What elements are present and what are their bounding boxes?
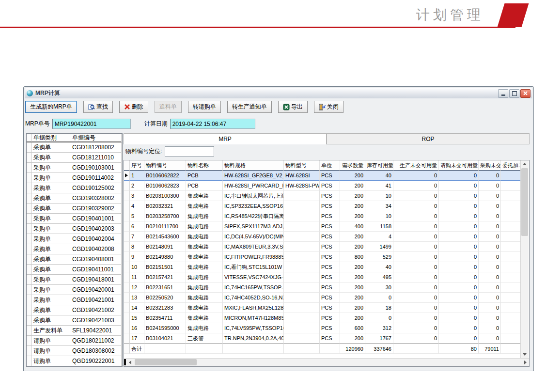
vertical-scroll-thumb[interactable] [521, 168, 528, 236]
doc-row-selector[interactable] [27, 214, 31, 224]
row-selector[interactable] [124, 313, 130, 323]
calc-date-field[interactable] [170, 119, 255, 129]
row-selector[interactable] [124, 252, 130, 262]
mrp-no-field[interactable] [52, 119, 131, 129]
col-header-material-name[interactable]: 物料名称 [186, 160, 223, 171]
delete-button[interactable]: 删除 [119, 101, 148, 113]
document-row[interactable]: 请购单 QGD190222001 [27, 356, 122, 366]
document-row[interactable]: 采购单 CGD190421001 [27, 295, 122, 305]
doc-row-selector[interactable] [27, 315, 31, 326]
generate-mrp-button[interactable]: 生成新的MRP单 [25, 101, 77, 113]
close-window-button[interactable]: 关闭 [314, 101, 343, 113]
document-row[interactable]: 采购单 CGD190421002 [27, 305, 122, 315]
document-row[interactable]: 采购单 CGD190421003 [27, 315, 122, 326]
document-row[interactable]: 采购单 CGD190402004 [27, 234, 122, 244]
col-header-material-code[interactable]: 物料编号 [144, 160, 186, 171]
row-selector[interactable] [124, 323, 130, 333]
row-selector[interactable] [124, 191, 130, 201]
row-selector[interactable] [124, 293, 130, 303]
row-selector[interactable] [124, 262, 130, 272]
doc-row-selector[interactable] [27, 244, 31, 254]
table-row[interactable]: 4 B02032321 集成电路 IC,SP3232EEA,SSOP16,3.(… [124, 201, 520, 211]
table-row[interactable]: 9 B02149880 集成电路 IC,FITIPOWER,FR9888SP( … [124, 252, 520, 262]
doc-row-selector[interactable] [27, 193, 31, 204]
scroll-right-button[interactable] [522, 359, 529, 366]
row-selector[interactable] [124, 333, 130, 344]
document-row[interactable]: 请购单 QGD180308002 [27, 346, 122, 356]
document-row[interactable]: 采购单 CGD190125002 [27, 183, 122, 193]
document-row[interactable]: 采购单 CGD190401001 [27, 214, 122, 224]
maximize-button[interactable] [509, 89, 519, 98]
document-row[interactable]: 采购单 CGD190418001 [27, 275, 122, 285]
doc-row-selector[interactable] [27, 142, 31, 153]
document-row[interactable]: 采购单 CGD190408001 [27, 254, 122, 265]
to-purchase-request-button[interactable]: 转请购单 [188, 101, 221, 113]
tab-rop[interactable]: ROP [327, 133, 530, 144]
material-locator-input[interactable] [165, 146, 214, 157]
table-row[interactable]: 3 B0203100300 集成电路 IC,串口转以太网芯片,上海卓 PCS 2… [124, 191, 520, 201]
doc-no-column-header[interactable]: 单据编号 [70, 134, 122, 142]
col-header-purch-open-avail[interactable]: 采购未交可用量 [479, 160, 501, 171]
col-header-seq[interactable]: 序号 [130, 160, 144, 171]
col-header-stock-avail[interactable]: 库存可用量 [365, 160, 393, 171]
document-row[interactable]: 采购单 CGD190328002 [27, 193, 122, 204]
tab-mrp[interactable]: MRP [124, 133, 327, 144]
scroll-up-button[interactable] [521, 160, 528, 168]
document-row[interactable]: 采购单 CGD190411001 [27, 265, 122, 275]
close-button[interactable] [520, 89, 530, 98]
row-selector[interactable] [124, 201, 130, 211]
row-selector[interactable] [124, 282, 130, 293]
row-selector[interactable] [124, 171, 130, 181]
doc-row-selector[interactable] [27, 295, 31, 305]
document-row[interactable]: 采购单 CGD190402003 [27, 224, 122, 234]
col-header-prod-open-avail[interactable]: 生产未交可用量 [393, 160, 439, 171]
table-row[interactable]: 7 B0214543600 集成电路 IC,DC(4.5V-65V)/DC(MI… [124, 232, 520, 242]
table-row[interactable]: 6 B0210111700 集成电路 SIPEX,SPX1117M3-ADJ,8… [124, 221, 520, 232]
doc-row-selector[interactable] [27, 204, 31, 214]
row-selector[interactable] [124, 272, 130, 282]
doc-row-selector[interactable] [27, 356, 31, 366]
document-row[interactable]: 采购单 CGD181208002 [27, 142, 122, 153]
col-header-consign-open[interactable]: 委托加工未交可用量 [501, 160, 520, 171]
table-row[interactable]: 15 B02354711 集成电路 MICRON,MT47H128M8SH- P… [124, 313, 520, 323]
row-selector[interactable] [124, 303, 130, 313]
scroll-left-button[interactable] [126, 359, 134, 366]
doc-row-selector[interactable] [27, 173, 31, 183]
document-row[interactable]: 采购单 CGD190329002 [27, 204, 122, 214]
table-row[interactable]: 16 B0241595000 集成电路 IC,74LV595PW,TSSOP16… [124, 323, 520, 333]
table-row[interactable]: 2 B0106062823 PCB HW-628SI_PWRCARD_RS HW… [124, 181, 520, 191]
doc-row-selector[interactable] [27, 346, 31, 356]
window-titlebar[interactable]: MRP计算 [25, 88, 532, 98]
row-selector[interactable] [124, 221, 130, 232]
row-selector[interactable] [124, 181, 130, 191]
table-row[interactable]: 5 B0203258700 集成电路 IC,RS485/422转串口隔离芯 PC… [124, 211, 520, 221]
document-row[interactable]: 采购单 CGD190420001 [27, 285, 122, 295]
document-row[interactable]: 采购单 CGD190103001 [27, 163, 122, 173]
document-row[interactable]: 采购单 CGD190114002 [27, 173, 122, 183]
document-row[interactable]: 采购单 CGD181211010 [27, 153, 122, 163]
col-header-material-model[interactable]: 物料型号 [284, 160, 320, 171]
table-row[interactable]: 12 B02231651 集成电路 IC,74HC165PW,TSSOP-16 … [124, 282, 520, 293]
doc-row-selector[interactable] [27, 163, 31, 173]
col-header-material-spec[interactable]: 物料规格 [223, 160, 284, 171]
doc-row-selector[interactable] [27, 326, 31, 336]
row-selector[interactable] [124, 242, 130, 252]
document-row[interactable]: 请购单 QGD180211002 [27, 336, 122, 346]
table-row[interactable]: 11 B02157421 集成电路 VITESSE,VSC7424XJG-02,… [124, 272, 520, 282]
doc-row-selector[interactable] [27, 275, 31, 285]
horizontal-scroll-thumb[interactable] [135, 359, 197, 365]
to-production-notice-button[interactable]: 转生产通知单 [227, 101, 272, 113]
export-button[interactable]: 导出 [278, 101, 308, 113]
doc-row-selector[interactable] [27, 285, 31, 295]
table-row[interactable]: 8 B02148091 集成电路 IC,MAX809TEUR,3.3V,SOT-… [124, 242, 520, 252]
doc-row-selector[interactable] [27, 336, 31, 346]
doc-row-selector[interactable] [27, 153, 31, 163]
doc-row-selector[interactable] [27, 234, 31, 244]
vertical-scrollbar[interactable] [520, 160, 529, 358]
table-row[interactable]: 13 B02250520 集成电路 IC,74HC4052D,SO-16,NXF… [124, 293, 520, 303]
scroll-down-button[interactable] [521, 351, 528, 358]
doc-row-selector[interactable] [27, 183, 31, 193]
document-row[interactable]: 生产发料单 SFL190422001 [27, 326, 122, 336]
table-row[interactable]: 10 B02151501 集成电路 IC,看门狗,STC15L101W PCS … [124, 262, 520, 272]
row-selector[interactable] [124, 232, 130, 242]
